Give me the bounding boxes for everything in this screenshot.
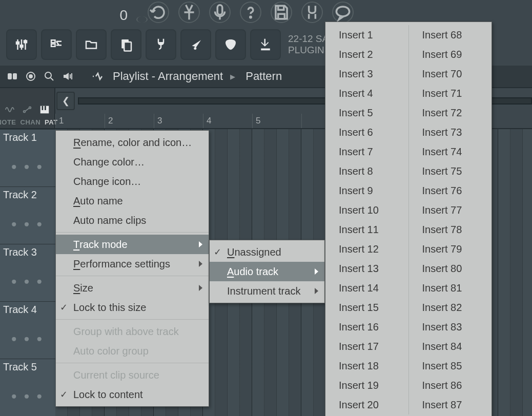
link-icon[interactable] bbox=[301, 2, 323, 23]
menu-item[interactable]: Insert 75 bbox=[409, 161, 492, 181]
copy-icon[interactable] bbox=[111, 29, 141, 60]
menu-item[interactable]: Insert 79 bbox=[409, 239, 492, 259]
mixer-icon[interactable] bbox=[6, 29, 37, 60]
menu-item[interactable]: Insert 8 bbox=[325, 161, 408, 181]
menu-item[interactable]: Auto name clips bbox=[56, 211, 209, 230]
transport-icons bbox=[148, 0, 354, 25]
menu-item[interactable]: Insert 87 bbox=[409, 395, 492, 414]
menu-item[interactable]: Size bbox=[56, 278, 209, 298]
plug-icon[interactable] bbox=[146, 29, 176, 60]
menu-item[interactable]: Instrument track bbox=[210, 281, 324, 301]
menu-item[interactable]: Insert 84 bbox=[409, 337, 492, 356]
search-icon[interactable] bbox=[42, 69, 56, 84]
menu-item[interactable]: Insert 7 bbox=[325, 142, 408, 161]
menu-item[interactable]: Insert 80 bbox=[409, 259, 492, 278]
track-mute-solo-icon[interactable]: ● ● ● bbox=[0, 390, 55, 402]
menu-item[interactable]: ✓Lock to content bbox=[56, 385, 209, 404]
menu-item[interactable]: Insert 20 bbox=[325, 395, 408, 414]
track-mute-solo-icon[interactable]: ● ● ● bbox=[0, 333, 55, 344]
menu-item[interactable]: Insert 85 bbox=[409, 356, 492, 376]
tab-note[interactable]: NOTE bbox=[0, 118, 16, 126]
menu-item[interactable]: Insert 16 bbox=[325, 317, 408, 337]
piano-icon[interactable] bbox=[39, 104, 50, 115]
menu-item[interactable]: Change icon… bbox=[56, 172, 209, 191]
svg-rect-12 bbox=[13, 73, 17, 79]
save-icon[interactable] bbox=[271, 2, 292, 23]
focus-icon[interactable] bbox=[24, 69, 38, 84]
menu-item[interactable]: Insert 69 bbox=[409, 45, 492, 64]
menu-item[interactable]: Audio track bbox=[210, 262, 324, 281]
menu-item[interactable]: Insert 4 bbox=[325, 84, 408, 103]
browser-icon[interactable] bbox=[76, 29, 107, 60]
menu-item[interactable]: Insert 78 bbox=[409, 220, 492, 239]
menu-item[interactable]: Track mode bbox=[56, 235, 209, 254]
menu-item[interactable]: Insert 13 bbox=[325, 259, 408, 278]
menu-item[interactable]: Insert 19 bbox=[325, 376, 408, 395]
tab-chan[interactable]: CHAN bbox=[21, 118, 41, 126]
menu-item[interactable]: Insert 11 bbox=[325, 220, 408, 239]
track-mute-solo-icon[interactable]: ● ● ● bbox=[0, 218, 55, 230]
menu-item[interactable]: Insert 1 bbox=[325, 25, 408, 45]
playlist-title: Playlist - Arrangement bbox=[113, 70, 223, 83]
menu-item[interactable]: Insert 71 bbox=[409, 84, 492, 103]
menu-item[interactable]: Insert 83 bbox=[409, 317, 492, 337]
svg-point-10 bbox=[194, 47, 196, 50]
menu-item[interactable]: Insert 81 bbox=[409, 278, 492, 298]
waveform-icon[interactable] bbox=[4, 104, 15, 115]
menu-item[interactable]: Insert 76 bbox=[409, 181, 492, 200]
track-mute-solo-icon[interactable]: ● ● ● bbox=[0, 161, 55, 172]
menu-item[interactable]: Performance settings bbox=[56, 254, 209, 274]
track-header[interactable]: Track 2 ● ● ● bbox=[0, 186, 55, 244]
track-header[interactable]: Track 4 ● ● ● bbox=[0, 301, 55, 359]
menu-item: Group with above track bbox=[56, 322, 209, 341]
menu-item[interactable]: Insert 17 bbox=[325, 337, 408, 356]
snap-icon[interactable] bbox=[178, 2, 200, 23]
scroll-left-button[interactable]: ❮ bbox=[56, 92, 75, 110]
arrangement-audio-icon[interactable] bbox=[91, 69, 106, 84]
mic-icon[interactable] bbox=[209, 2, 231, 23]
menu-item[interactable]: Rename, color and icon… bbox=[56, 133, 209, 152]
download-icon[interactable] bbox=[250, 29, 281, 60]
menu-item[interactable]: Insert 68 bbox=[409, 25, 492, 45]
track-header[interactable]: Track 3 ● ● ● bbox=[0, 244, 55, 301]
menu-item[interactable]: Insert 73 bbox=[409, 122, 492, 142]
track-header[interactable]: Track 1 ● ● ● bbox=[0, 129, 55, 186]
menu-item[interactable]: Insert 18 bbox=[325, 356, 408, 376]
menu-item[interactable]: ✓Unassigned bbox=[210, 242, 324, 262]
menu-item[interactable]: Auto name bbox=[56, 191, 209, 211]
menu-item[interactable]: Insert 86 bbox=[409, 376, 492, 395]
speaker-icon[interactable] bbox=[60, 69, 75, 84]
chat-icon[interactable] bbox=[332, 2, 354, 23]
svg-point-16 bbox=[24, 111, 26, 113]
menu-item[interactable]: Insert 82 bbox=[409, 298, 492, 317]
channel-rack-icon[interactable] bbox=[41, 29, 72, 60]
menu-item[interactable]: Insert 70 bbox=[409, 64, 492, 84]
undo-icon[interactable] bbox=[148, 2, 169, 23]
hint-value: 0 bbox=[119, 7, 128, 24]
hint-display: 0 bbox=[72, 0, 133, 25]
menu-item[interactable]: Insert 12 bbox=[325, 239, 408, 259]
menu-item[interactable]: Insert 2 bbox=[325, 45, 408, 64]
menu-item[interactable]: ✓Lock to this size bbox=[56, 298, 209, 317]
pick-icon[interactable] bbox=[215, 29, 246, 60]
menu-item[interactable]: Insert 5 bbox=[325, 103, 408, 122]
help-icon[interactable] bbox=[240, 2, 261, 23]
menu-item[interactable]: Insert 72 bbox=[409, 103, 492, 122]
audio-track-insert-submenu: Insert 1Insert 2Insert 3Insert 4Insert 5… bbox=[325, 22, 492, 416]
automation-icon[interactable] bbox=[22, 104, 33, 115]
menu-item[interactable]: Insert 3 bbox=[325, 64, 408, 84]
menu-item[interactable]: Insert 10 bbox=[325, 200, 408, 220]
track-header[interactable]: Track 5 ● ● ● bbox=[0, 359, 55, 416]
detach-icon[interactable] bbox=[5, 69, 19, 84]
svg-rect-19 bbox=[42, 106, 44, 110]
lamp-icon[interactable] bbox=[180, 29, 211, 60]
menu-item[interactable]: Insert 15 bbox=[325, 298, 408, 317]
menu-item[interactable]: Insert 74 bbox=[409, 142, 492, 161]
menu-item[interactable]: Insert 6 bbox=[325, 122, 408, 142]
menu-item[interactable]: Insert 77 bbox=[409, 200, 492, 220]
menu-item[interactable]: Insert 9 bbox=[325, 181, 408, 200]
lips-icon bbox=[136, 16, 148, 23]
menu-item[interactable]: Insert 14 bbox=[325, 278, 408, 298]
menu-item[interactable]: Change color… bbox=[56, 152, 209, 172]
track-mute-solo-icon[interactable]: ● ● ● bbox=[0, 276, 55, 287]
